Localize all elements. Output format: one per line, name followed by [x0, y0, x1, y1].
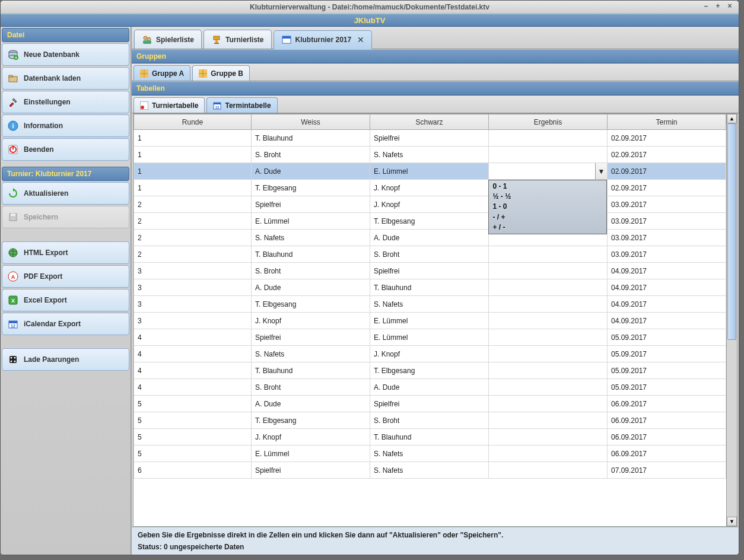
column-header[interactable]: Weiss — [251, 114, 370, 130]
table-row[interactable]: 4S. BrohtA. Dude05.09.2017 — [134, 379, 726, 396]
new-database-button[interactable]: + Neue Datenbank — [2, 43, 129, 66]
result-cell[interactable] — [488, 130, 607, 147]
table-tab-schedule[interactable]: 12 Termintabelle — [206, 97, 277, 113]
cell[interactable]: Spielfrei — [370, 396, 488, 412]
maximize-button[interactable]: + — [714, 2, 722, 10]
cell[interactable]: 5 — [134, 446, 252, 462]
table-tab-tournament[interactable]: Turniertabelle — [133, 97, 205, 113]
result-cell[interactable] — [488, 379, 607, 396]
cell[interactable]: 02.09.2017 — [607, 180, 726, 196]
cell[interactable]: Spielfrei — [251, 196, 370, 213]
cell[interactable]: S. Broht — [251, 147, 370, 163]
cell[interactable]: 4 — [134, 362, 252, 379]
dropdown-option[interactable]: 1 - 0 — [492, 202, 603, 212]
result-dropdown[interactable]: 0 - 1½ - ½1 - 0- / ++ / - — [488, 180, 607, 235]
cell[interactable]: Spielfrei — [251, 462, 370, 479]
cell[interactable]: 5 — [134, 429, 252, 446]
scroll-thumb[interactable] — [727, 123, 736, 340]
excel-export-button[interactable]: X Excel Export — [2, 289, 129, 311]
cell[interactable]: T. Blauhund — [251, 130, 370, 147]
cell[interactable]: 3 — [134, 296, 252, 313]
settings-button[interactable]: Einstellungen — [2, 91, 129, 113]
cell[interactable]: 03.09.2017 — [607, 230, 726, 246]
table-row[interactable]: 3J. KnopfE. Lümmel04.09.2017 — [134, 313, 726, 329]
cell[interactable]: 04.09.2017 — [607, 263, 726, 279]
tab-spielerliste[interactable]: Spielerliste — [134, 30, 202, 49]
load-database-button[interactable]: Datenbank laden — [2, 67, 129, 90]
cell[interactable]: T. Elbgesang — [251, 180, 370, 196]
cell[interactable]: S. Broht — [370, 246, 488, 263]
cell[interactable]: A. Dude — [370, 230, 488, 246]
cell[interactable]: S. Broht — [370, 412, 488, 429]
result-cell[interactable] — [488, 429, 607, 446]
close-button[interactable]: × — [726, 2, 734, 10]
result-cell[interactable] — [488, 412, 607, 429]
cell[interactable]: 02.09.2017 — [607, 130, 726, 147]
result-cell[interactable] — [488, 446, 607, 462]
result-cell[interactable] — [488, 462, 607, 479]
tab-close-icon[interactable]: ✕ — [357, 35, 364, 44]
table-row[interactable]: 3T. ElbgesangS. Nafets04.09.2017 — [134, 296, 726, 313]
cell[interactable]: 05.09.2017 — [607, 329, 726, 346]
table-row[interactable]: 5T. ElbgesangS. Broht06.09.2017 — [134, 412, 726, 429]
cell[interactable]: J. Knopf — [251, 429, 370, 446]
table-row[interactable]: 2S. NafetsA. Dude03.09.2017 — [134, 230, 726, 246]
result-cell[interactable] — [488, 246, 607, 263]
dropdown-option[interactable]: 0 - 1 — [492, 182, 603, 192]
result-cell[interactable] — [488, 329, 607, 346]
column-header[interactable]: Termin — [607, 114, 726, 130]
cell[interactable]: T. Elbgesang — [370, 213, 488, 230]
html-export-button[interactable]: HTML Export — [2, 241, 129, 264]
result-cell[interactable]: ▼ — [488, 163, 607, 180]
cell[interactable]: J. Knopf — [370, 346, 488, 362]
result-cell[interactable] — [488, 279, 607, 296]
cell[interactable]: 4 — [134, 329, 252, 346]
column-header[interactable]: Runde — [134, 114, 252, 130]
cell[interactable]: 5 — [134, 396, 252, 412]
cell[interactable]: 4 — [134, 379, 252, 396]
cell[interactable]: 2 — [134, 230, 252, 246]
result-cell[interactable] — [488, 346, 607, 362]
cell[interactable]: 2 — [134, 246, 252, 263]
cell[interactable]: S. Nafets — [370, 296, 488, 313]
cell[interactable]: J. Knopf — [251, 313, 370, 329]
table-row[interactable]: 1T. ElbgesangJ. Knopf02.09.2017 — [134, 180, 726, 196]
save-button[interactable]: Speichern — [2, 206, 129, 228]
cell[interactable]: 1 — [134, 163, 252, 180]
cell[interactable]: 03.09.2017 — [607, 196, 726, 213]
cell[interactable]: J. Knopf — [370, 196, 488, 213]
table-row[interactable]: 5A. DudeSpielfrei06.09.2017 — [134, 396, 726, 412]
cell[interactable]: 02.09.2017 — [607, 163, 726, 180]
cell[interactable]: 1 — [134, 130, 252, 147]
dropdown-arrow-icon[interactable]: ▼ — [595, 163, 607, 179]
cell[interactable]: 04.09.2017 — [607, 296, 726, 313]
cell[interactable]: 03.09.2017 — [607, 213, 726, 230]
cell[interactable]: 04.09.2017 — [607, 313, 726, 329]
cell[interactable]: A. Dude — [251, 279, 370, 296]
column-header[interactable]: Ergebnis — [488, 114, 607, 130]
cell[interactable]: S. Nafets — [370, 446, 488, 462]
table-row[interactable]: 4T. BlauhundT. Elbgesang05.09.2017 — [134, 362, 726, 379]
vertical-scrollbar[interactable]: ▲ ▼ — [726, 114, 737, 526]
cell[interactable]: 02.09.2017 — [607, 147, 726, 163]
result-cell[interactable] — [488, 396, 607, 412]
cell[interactable]: J. Knopf — [370, 180, 488, 196]
cell[interactable]: 2 — [134, 196, 252, 213]
cell[interactable]: S. Nafets — [251, 346, 370, 362]
table-row[interactable]: 5J. KnopfT. Blauhund06.09.2017 — [134, 429, 726, 446]
cell[interactable]: E. Lümmel — [251, 446, 370, 462]
cell[interactable]: T. Elbgesang — [370, 362, 488, 379]
minimize-button[interactable]: – — [702, 2, 710, 10]
cell[interactable]: T. Blauhund — [370, 429, 488, 446]
result-cell[interactable] — [488, 362, 607, 379]
cell[interactable]: T. Blauhund — [370, 279, 488, 296]
cell[interactable]: Spielfrei — [251, 329, 370, 346]
cell[interactable]: E. Lümmel — [370, 329, 488, 346]
scroll-up-icon[interactable]: ▲ — [727, 114, 737, 123]
table-row[interactable]: 3A. DudeT. Blauhund04.09.2017 — [134, 279, 726, 296]
dropdown-option[interactable]: ½ - ½ — [492, 192, 603, 202]
information-button[interactable]: i Information — [2, 114, 129, 137]
cell[interactable]: 03.09.2017 — [607, 246, 726, 263]
table-row[interactable]: 1A. DudeE. Lümmel▼02.09.2017 — [134, 163, 726, 180]
table-row[interactable]: 1T. BlauhundSpielfrei02.09.2017 — [134, 130, 726, 147]
